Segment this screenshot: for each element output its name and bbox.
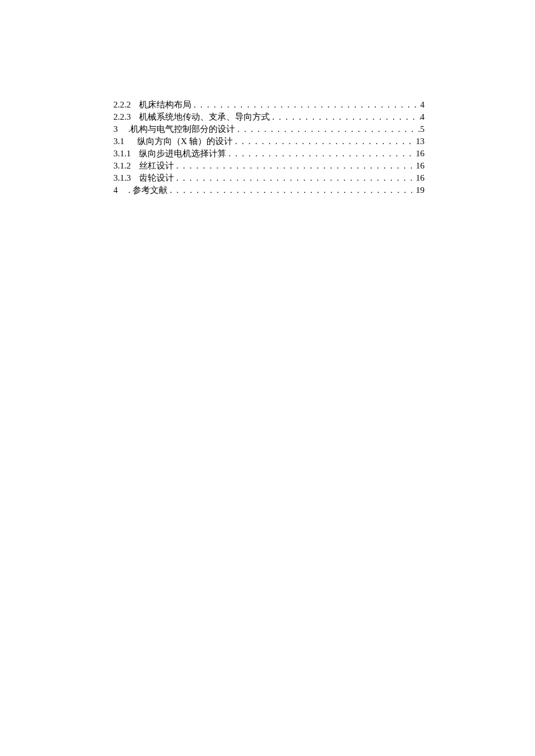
toc-entry-number: 3 xyxy=(113,123,118,135)
toc-entry-title: . 参考文献 xyxy=(129,184,168,196)
toc-entry-page: 16 xyxy=(416,172,425,184)
toc-entry-page: 5 xyxy=(420,123,425,135)
toc-entry-page: 16 xyxy=(416,160,425,172)
toc-entry-number: 2.2.3 xyxy=(113,111,131,123)
toc-entry-number: 3.1.2 xyxy=(113,160,131,172)
toc-entry: 3.1.3齿轮设计16 xyxy=(113,172,425,184)
toc-entry: 3.1纵向方向（X 轴）的设计13 xyxy=(113,135,425,148)
toc-entry: 2.2.3机械系统地传动、支承、导向方式4 xyxy=(113,111,425,123)
toc-entry-number: 3.1.1 xyxy=(113,148,131,160)
toc-entry-title: 纵向方向（X 轴）的设计 xyxy=(137,135,233,148)
toc-entry-number: 4 xyxy=(113,184,118,196)
toc-entry-page: 4 xyxy=(420,99,425,111)
toc-entry: 3.1.2丝杠设计16 xyxy=(113,160,425,172)
toc-entry-number: 2.2.2 xyxy=(113,99,131,111)
toc-entry: 3.1.1纵向步进电机选择计算16 xyxy=(113,148,425,160)
toc-entry: 4. 参考文献19 xyxy=(113,184,425,196)
toc-leader-dots xyxy=(270,111,420,123)
toc-leader-dots xyxy=(174,160,416,172)
toc-entry-title: .机构与电气控制部分的设计 xyxy=(129,123,236,135)
toc-leader-dots xyxy=(235,123,420,135)
document-page: 2.2.2机床结构布局42.2.3机械系统地传动、支承、导向方式43.机构与电气… xyxy=(0,0,535,196)
toc-entry: 3.机构与电气控制部分的设计5 xyxy=(113,123,425,135)
toc-leader-dots xyxy=(191,99,420,111)
table-of-contents: 2.2.2机床结构布局42.2.3机械系统地传动、支承、导向方式43.机构与电气… xyxy=(113,99,425,196)
toc-entry-title: 机械系统地传动、支承、导向方式 xyxy=(139,111,270,123)
toc-leader-dots xyxy=(233,135,416,148)
toc-entry-page: 13 xyxy=(416,135,425,148)
toc-leader-dots xyxy=(226,148,416,160)
toc-entry-number: 3.1.3 xyxy=(113,172,131,184)
toc-entry-title: 齿轮设计 xyxy=(139,172,174,184)
toc-entry: 2.2.2机床结构布局4 xyxy=(113,99,425,111)
toc-entry-title: 机床结构布局 xyxy=(139,99,191,111)
toc-entry-title: 丝杠设计 xyxy=(139,160,174,172)
toc-entry-number: 3.1 xyxy=(113,135,124,148)
toc-entry-page: 19 xyxy=(416,184,425,196)
toc-leader-dots xyxy=(174,172,416,184)
toc-entry-page: 16 xyxy=(416,148,425,160)
toc-entry-page: 4 xyxy=(420,111,425,123)
toc-entry-title: 纵向步进电机选择计算 xyxy=(139,148,226,160)
toc-leader-dots xyxy=(167,184,416,196)
